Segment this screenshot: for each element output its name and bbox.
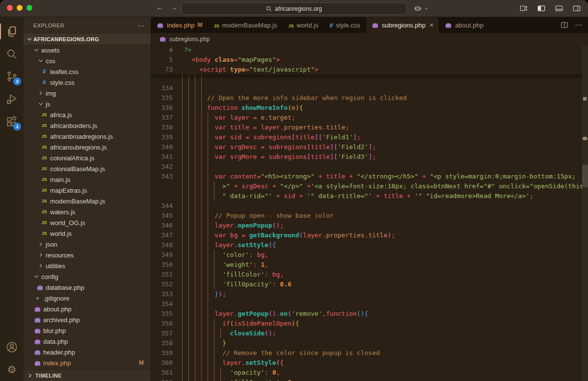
code-line: 338 var title = layer.properties.title; bbox=[151, 123, 588, 132]
tree-item-data.php[interactable]: data.php bbox=[24, 336, 151, 347]
tree-item-modernBaseMap.js[interactable]: JSmodernBaseMap.js bbox=[24, 196, 151, 206]
line-number: 346 bbox=[151, 221, 173, 230]
customize-layout-icon[interactable] bbox=[518, 3, 529, 14]
tree-item-label: africa.js bbox=[50, 111, 72, 119]
toggle-panel-icon[interactable] bbox=[554, 3, 564, 14]
run-and-debug-icon[interactable] bbox=[0, 88, 24, 110]
tab-subregions.php[interactable]: subregions.php× bbox=[366, 17, 439, 33]
settings-gear-icon[interactable]: ⚙ bbox=[0, 358, 24, 381]
close-window-button[interactable] bbox=[7, 5, 13, 11]
overview-ruler-mark bbox=[583, 137, 587, 140]
line-number: 360 bbox=[151, 358, 173, 368]
tree-item-archived.php[interactable]: archived.php bbox=[24, 314, 151, 325]
git-modified-badge: M bbox=[139, 359, 144, 366]
chevron-down-icon bbox=[424, 6, 428, 11]
tree-item-about.php[interactable]: about.php bbox=[24, 304, 151, 314]
tab-world.js[interactable]: JSworld.js bbox=[283, 17, 324, 33]
editor-more-actions-icon[interactable]: ⋯ bbox=[575, 21, 582, 29]
copilot-menu[interactable] bbox=[413, 3, 428, 13]
tree-item-img[interactable]: img bbox=[24, 88, 151, 99]
navigate-forward-icon[interactable]: → bbox=[170, 3, 178, 11]
tree-item-mapExtras.js[interactable]: JSmapExtras.js bbox=[24, 185, 151, 196]
breadcrumb[interactable]: subregions.php bbox=[151, 33, 588, 45]
js-file-icon: JS bbox=[40, 155, 48, 160]
toggle-primary-sidebar-icon[interactable] bbox=[536, 3, 547, 14]
split-editor-icon[interactable] bbox=[560, 21, 569, 29]
chevron-right-icon bbox=[27, 373, 32, 378]
code-line: 340 var srgDesc = subregions[title]['Fie… bbox=[151, 142, 588, 152]
js-file-icon: JS bbox=[40, 209, 48, 214]
tree-item-utilities[interactable]: utilities bbox=[24, 260, 151, 271]
tree-item-style.css[interactable]: #style.css bbox=[24, 77, 151, 88]
tree-item-colonialAfrica.js[interactable]: JScolonialAfrica.js bbox=[24, 152, 151, 163]
line-number: 361 bbox=[151, 368, 173, 378]
tree-item-database.php[interactable]: database.php bbox=[24, 282, 151, 293]
tree-item-label: leaflet.css bbox=[50, 68, 79, 76]
tree-item-world.js[interactable]: JSworld.js bbox=[24, 228, 151, 239]
code-editor[interactable]: 4 ?>5 <body class="mapPages">73 <script … bbox=[151, 45, 588, 381]
tree-item-js[interactable]: js bbox=[24, 99, 151, 109]
extensions-icon[interactable]: 1 bbox=[0, 110, 24, 133]
tree-item-waters.js[interactable]: JSwaters.js bbox=[24, 206, 151, 217]
line-number: 357 bbox=[151, 329, 173, 338]
code-line: 350 'weight': 1, bbox=[151, 260, 588, 270]
tree-item-label: style.css bbox=[50, 79, 75, 86]
tree-item-world_OG.js[interactable]: JSworld_OG.js bbox=[24, 217, 151, 228]
tree-item-json[interactable]: json bbox=[24, 239, 151, 250]
tree-item-label: .gitignore bbox=[43, 295, 69, 302]
editor-scrollbar[interactable] bbox=[582, 45, 588, 381]
tree-item-leaflet.css[interactable]: #leaflet.css bbox=[24, 66, 151, 77]
code-line: 353 }); bbox=[151, 289, 588, 299]
tree-item-index.php[interactable]: index.phpM bbox=[24, 357, 151, 368]
chevron-right-icon bbox=[38, 253, 44, 257]
line-number: 352 bbox=[151, 279, 173, 289]
tree-item-css[interactable]: css bbox=[24, 55, 151, 66]
tab-modernBaseMap.js[interactable]: JSmodernBaseMap.js bbox=[208, 17, 283, 33]
tree-item-colonialBaseMap.js[interactable]: JScolonialBaseMap.js bbox=[24, 163, 151, 174]
tab-about.php[interactable]: about.php bbox=[439, 17, 489, 33]
tree-item-label: blur.php bbox=[43, 327, 66, 334]
tree-item-assets[interactable]: assets bbox=[24, 45, 151, 55]
indent-guides bbox=[176, 132, 209, 142]
search-icon[interactable] bbox=[0, 43, 24, 65]
indent-guides bbox=[176, 270, 215, 279]
indent-guides bbox=[176, 338, 215, 348]
code-line: >" + srgDesc + "</p>" +'<a style=font-si… bbox=[151, 181, 588, 191]
explorer-icon[interactable] bbox=[0, 20, 24, 43]
tree-item-main.js[interactable]: JSmain.js bbox=[24, 174, 151, 185]
command-center-search[interactable]: africanregions.org bbox=[181, 2, 407, 15]
git-file-icon bbox=[33, 295, 41, 302]
tree-root-africanregions[interactable]: AFRICANREGIONS.ORG bbox=[24, 34, 151, 45]
line-number: 341 bbox=[151, 152, 173, 162]
toggle-secondary-sidebar-icon[interactable] bbox=[571, 3, 582, 14]
navigate-back-icon[interactable]: ← bbox=[156, 3, 163, 11]
accounts-icon[interactable] bbox=[0, 336, 24, 358]
tree-item-header.php[interactable]: header.php bbox=[24, 347, 151, 357]
zoom-window-button[interactable] bbox=[27, 5, 32, 11]
tree-item-africanbroadregions.js[interactable]: JSafricanbroadregions.js bbox=[24, 131, 151, 142]
close-tab-icon[interactable]: × bbox=[429, 21, 433, 29]
tree-item-africanborders.js[interactable]: JSafricanborders.js bbox=[24, 120, 151, 131]
chevron-down-icon bbox=[33, 274, 39, 279]
code-line: 4 ?> bbox=[151, 45, 588, 55]
line-number: 356 bbox=[151, 319, 173, 329]
tab-style.css[interactable]: #style.css bbox=[324, 17, 367, 33]
tree-item-africa.js[interactable]: JSafrica.js bbox=[24, 109, 151, 120]
js-file-icon: JS bbox=[40, 199, 48, 203]
line-number: 351 bbox=[151, 270, 173, 279]
scrollbar-thumb[interactable] bbox=[582, 165, 588, 187]
explorer-more-actions-icon[interactable]: ⋯ bbox=[138, 22, 145, 29]
tree-item-.gitignore[interactable]: .gitignore bbox=[24, 293, 151, 304]
tree-item-africansubregions.js[interactable]: JSafricansubregions.js bbox=[24, 142, 151, 152]
tree-item-label: json bbox=[46, 241, 57, 248]
source-control-icon[interactable]: 2 bbox=[0, 65, 24, 88]
timeline-section[interactable]: TIMELINE bbox=[24, 369, 151, 381]
line-number: 358 bbox=[151, 338, 173, 348]
tab-index.php[interactable]: index.phpM bbox=[151, 17, 208, 33]
tree-item-resources[interactable]: resources bbox=[24, 250, 151, 260]
css-file-icon: # bbox=[40, 79, 48, 86]
minimize-window-button[interactable] bbox=[17, 5, 23, 11]
search-icon bbox=[266, 6, 272, 12]
tree-item-blur.php[interactable]: blur.php bbox=[24, 325, 151, 336]
tree-item-config[interactable]: config bbox=[24, 271, 151, 282]
